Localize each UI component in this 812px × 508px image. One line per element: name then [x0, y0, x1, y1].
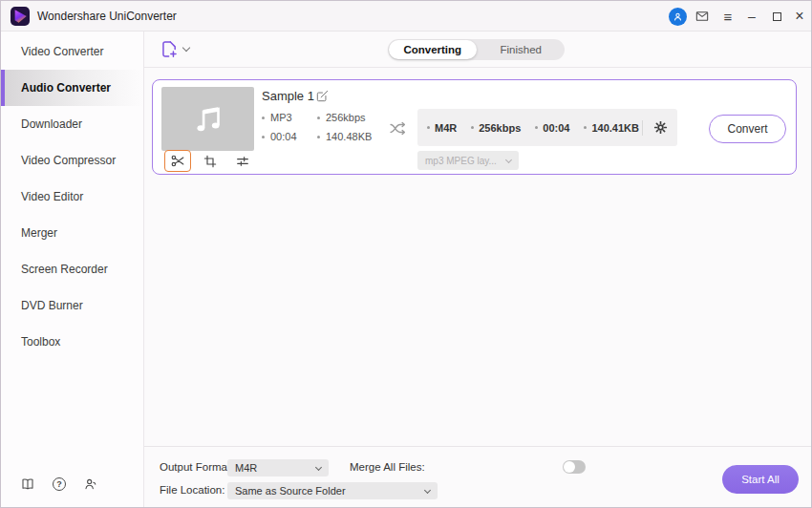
effects-button[interactable]	[229, 150, 256, 172]
toggle-knob	[564, 461, 575, 473]
tab-label: Converting	[403, 44, 461, 55]
target-format: M4R	[427, 122, 457, 134]
output-format-label: Output Format:	[160, 461, 233, 473]
edit-tools	[164, 150, 256, 172]
file-task-card: Sample 1 MP3 256kbps 00:04 140.48KB M4R …	[152, 79, 797, 175]
chevron-down-icon	[315, 463, 322, 470]
source-duration: 00:04	[262, 131, 297, 142]
trim-button[interactable]	[164, 150, 191, 172]
sidebar-footer: ?	[20, 476, 98, 492]
sidebar-item-label: DVD Burner	[21, 299, 83, 312]
sidebar-item-audio-converter[interactable]: Audio Converter	[1, 70, 143, 106]
merge-all-files-label: Merge All Files:	[350, 461, 425, 473]
output-settings-button[interactable]	[653, 120, 668, 135]
file-title: Sample 1	[262, 89, 314, 103]
sidebar-item-label: Downloader	[21, 117, 82, 131]
chevron-down-icon	[424, 486, 431, 493]
target-size-value: 140.41KB	[591, 122, 639, 134]
sidebar-item-dvd-burner[interactable]: DVD Burner	[1, 287, 143, 324]
sidebar: Video Converter Audio Converter Download…	[1, 32, 144, 507]
target-duration-value: 00:04	[543, 122, 569, 134]
source-bitrate-value: 256kbps	[326, 112, 366, 123]
book-icon	[20, 476, 35, 492]
bullet-dot	[535, 126, 538, 129]
bullet-dot	[317, 136, 320, 138]
sidebar-item-video-compressor[interactable]: Video Compressor	[1, 142, 143, 179]
tab-converting[interactable]: Converting	[389, 40, 477, 59]
sidebar-item-label: Screen Recorder	[21, 263, 108, 276]
contact-person-icon	[83, 476, 98, 492]
music-note-icon	[188, 99, 228, 139]
sidebar-item-label: Audio Converter	[21, 81, 111, 95]
queue-tabs: Converting Finished	[388, 39, 565, 60]
bullet-dot	[262, 136, 265, 138]
messages-button[interactable]	[691, 1, 714, 32]
shuffle-arrows-icon	[388, 118, 408, 138]
sidebar-nav: Video Converter Audio Converter Download…	[1, 33, 143, 360]
close-icon: ×	[795, 8, 803, 25]
logo-play-shape	[14, 10, 27, 23]
source-duration-value: 00:04	[270, 131, 297, 142]
bullet-dot	[317, 116, 320, 119]
source-size: 140.48KB	[317, 131, 372, 142]
minimize-button[interactable]: –	[740, 1, 763, 32]
start-all-button[interactable]: Start All	[722, 465, 799, 494]
bullet-dot	[584, 126, 587, 129]
maximize-icon	[773, 12, 781, 21]
chevron-down-icon	[505, 156, 512, 162]
sidebar-item-video-converter[interactable]: Video Converter	[1, 33, 143, 70]
sidebar-item-video-editor[interactable]: Video Editor	[1, 179, 143, 215]
file-location-label: File Location:	[160, 484, 224, 496]
tab-label: Finished	[501, 44, 542, 55]
target-size: 140.41KB	[584, 122, 639, 134]
rename-button[interactable]	[315, 89, 330, 107]
output-format-value: M4R	[235, 462, 316, 474]
minimize-icon: –	[748, 9, 756, 24]
close-button[interactable]: ×	[788, 1, 811, 32]
output-format-dropdown[interactable]: M4R	[227, 459, 329, 476]
codec-dropdown[interactable]: mp3 MPEG lay...	[417, 151, 519, 170]
file-thumbnail	[161, 87, 254, 151]
app-logo-icon	[11, 7, 30, 26]
user-avatar-icon	[669, 8, 687, 26]
scissors-icon	[170, 153, 186, 169]
sidebar-item-screen-recorder[interactable]: Screen Recorder	[1, 251, 143, 287]
add-files-button[interactable]	[160, 39, 189, 59]
crop-button[interactable]	[197, 150, 224, 172]
sidebar-item-merger[interactable]: Merger	[1, 215, 143, 251]
sidebar-item-downloader[interactable]: Downloader	[1, 106, 143, 142]
gear-icon	[653, 120, 668, 135]
convert-button[interactable]: Convert	[709, 115, 786, 143]
app-window: Wondershare UniConverter ≡ – ×	[0, 0, 812, 508]
add-file-icon	[160, 39, 180, 59]
account-button[interactable]	[666, 1, 689, 32]
mail-icon	[694, 9, 710, 24]
target-format-summary: M4R 256kbps 00:04 140.41KB	[417, 109, 677, 146]
help-button[interactable]: ?	[52, 476, 67, 492]
maximize-button[interactable]	[765, 1, 788, 32]
start-all-label: Start All	[741, 474, 780, 485]
bottom-bar: Output Format: M4R Merge All Files: File…	[144, 446, 811, 507]
adjust-sliders-icon	[235, 154, 250, 169]
target-duration: 00:04	[535, 122, 569, 134]
target-bitrate-value: 256kbps	[479, 122, 521, 134]
menu-button[interactable]: ≡	[716, 1, 739, 32]
file-location-value: Same as Source Folder	[235, 485, 425, 497]
file-location-dropdown[interactable]: Same as Source Folder	[227, 482, 438, 499]
bullet-dot	[262, 116, 265, 119]
community-button[interactable]	[83, 476, 98, 492]
crop-icon	[203, 154, 218, 169]
bullet-dot	[471, 126, 474, 129]
user-guide-button[interactable]	[20, 476, 35, 492]
sidebar-item-toolbox[interactable]: Toolbox	[1, 324, 143, 360]
merge-all-files-toggle[interactable]	[563, 460, 586, 474]
source-bitrate: 256kbps	[317, 112, 366, 123]
app-title: Wondershare UniConverter	[37, 10, 177, 23]
tab-finished[interactable]: Finished	[478, 39, 566, 60]
top-toolbar: Converting Finished	[144, 32, 811, 68]
sidebar-item-label: Video Compressor	[21, 154, 116, 167]
target-bitrate: 256kbps	[471, 122, 521, 134]
help-icon: ?	[53, 477, 66, 491]
source-size-value: 140.48KB	[326, 131, 372, 142]
edit-pencil-icon	[315, 89, 330, 103]
